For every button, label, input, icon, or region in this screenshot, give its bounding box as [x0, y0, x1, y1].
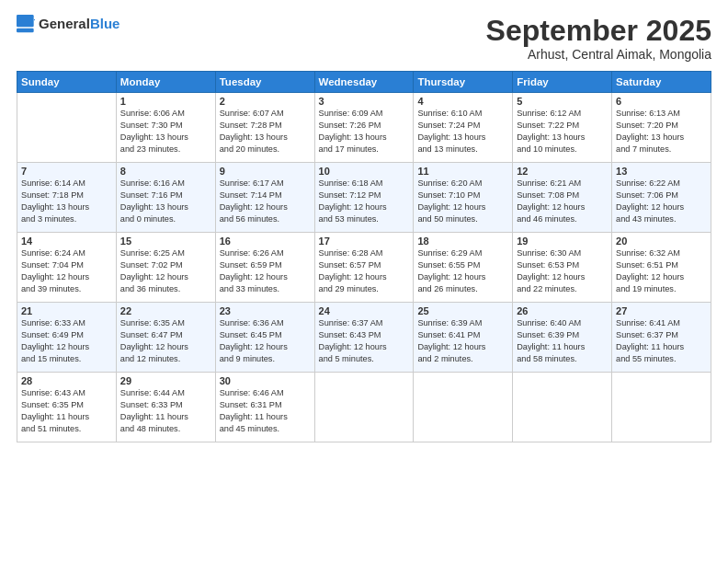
- day-number: 26: [517, 305, 608, 316]
- day-info: Sunrise: 6:13 AMSunset: 7:20 PMDaylight:…: [616, 108, 707, 155]
- day-info: Sunrise: 6:39 AMSunset: 6:41 PMDaylight:…: [417, 317, 508, 365]
- col-friday: Friday: [513, 72, 612, 93]
- calendar-cell: 14Sunrise: 6:24 AMSunset: 7:04 PMDayligh…: [17, 233, 117, 303]
- calendar-week-row: 1Sunrise: 6:06 AMSunset: 7:30 PMDaylight…: [17, 93, 711, 163]
- calendar-cell: [612, 373, 711, 442]
- day-number: 22: [120, 305, 211, 316]
- calendar-cell: 4Sunrise: 6:10 AMSunset: 7:24 PMDaylight…: [414, 93, 513, 163]
- calendar-cell: 9Sunrise: 6:17 AMSunset: 7:14 PMDaylight…: [215, 163, 314, 233]
- calendar-cell: 28Sunrise: 6:43 AMSunset: 6:35 PMDayligh…: [17, 373, 117, 442]
- day-info: Sunrise: 6:21 AMSunset: 7:08 PMDaylight:…: [517, 178, 608, 225]
- day-info: Sunrise: 6:10 AMSunset: 7:24 PMDaylight:…: [417, 108, 508, 155]
- calendar-cell: 22Sunrise: 6:35 AMSunset: 6:47 PMDayligh…: [116, 303, 215, 373]
- calendar-cell: 23Sunrise: 6:36 AMSunset: 6:45 PMDayligh…: [215, 303, 314, 373]
- calendar-cell: 30Sunrise: 6:46 AMSunset: 6:31 PMDayligh…: [215, 373, 314, 442]
- day-info: Sunrise: 6:46 AMSunset: 6:31 PMDaylight:…: [220, 387, 311, 435]
- calendar-cell: 27Sunrise: 6:41 AMSunset: 6:37 PMDayligh…: [612, 303, 711, 373]
- calendar-cell: 13Sunrise: 6:22 AMSunset: 7:06 PMDayligh…: [612, 163, 711, 233]
- svg-marker-1: [34, 17, 35, 25]
- day-info: Sunrise: 6:17 AMSunset: 7:14 PMDaylight:…: [220, 178, 311, 225]
- page-header: GeneralBlue September 2025 Arhust, Centr…: [17, 15, 711, 62]
- day-number: 5: [517, 96, 608, 107]
- calendar-header-row: Sunday Monday Tuesday Wednesday Thursday…: [17, 72, 711, 93]
- day-number: 15: [120, 236, 211, 247]
- logo-text-general: General: [39, 16, 90, 31]
- day-info: Sunrise: 6:06 AMSunset: 7:30 PMDaylight:…: [120, 108, 211, 155]
- calendar-week-row: 28Sunrise: 6:43 AMSunset: 6:35 PMDayligh…: [17, 373, 711, 442]
- day-number: 11: [417, 166, 508, 177]
- day-info: Sunrise: 6:29 AMSunset: 6:55 PMDaylight:…: [417, 247, 508, 295]
- calendar-table: Sunday Monday Tuesday Wednesday Thursday…: [17, 71, 711, 442]
- day-info: Sunrise: 6:41 AMSunset: 6:37 PMDaylight:…: [616, 317, 707, 365]
- calendar-cell: 17Sunrise: 6:28 AMSunset: 6:57 PMDayligh…: [314, 233, 414, 303]
- day-number: 17: [319, 236, 410, 247]
- day-number: 9: [220, 166, 311, 177]
- calendar-cell: 21Sunrise: 6:33 AMSunset: 6:49 PMDayligh…: [17, 303, 117, 373]
- day-info: Sunrise: 6:28 AMSunset: 6:57 PMDaylight:…: [319, 247, 410, 295]
- day-number: 18: [417, 236, 508, 247]
- calendar-cell: [314, 373, 414, 442]
- day-info: Sunrise: 6:14 AMSunset: 7:18 PMDaylight:…: [21, 178, 112, 225]
- day-info: Sunrise: 6:22 AMSunset: 7:06 PMDaylight:…: [616, 178, 707, 225]
- day-info: Sunrise: 6:32 AMSunset: 6:51 PMDaylight:…: [616, 247, 707, 295]
- col-wednesday: Wednesday: [314, 72, 414, 93]
- day-number: 21: [21, 305, 112, 316]
- calendar-cell: 12Sunrise: 6:21 AMSunset: 7:08 PMDayligh…: [513, 163, 612, 233]
- day-number: 3: [319, 96, 410, 107]
- calendar-cell: 6Sunrise: 6:13 AMSunset: 7:20 PMDaylight…: [612, 93, 711, 163]
- day-number: 13: [616, 166, 707, 177]
- calendar-cell: 29Sunrise: 6:44 AMSunset: 6:33 PMDayligh…: [116, 373, 215, 442]
- day-number: 29: [120, 375, 211, 386]
- calendar-cell: 24Sunrise: 6:37 AMSunset: 6:43 PMDayligh…: [314, 303, 414, 373]
- day-number: 14: [21, 236, 112, 247]
- day-number: 27: [616, 305, 707, 316]
- col-sunday: Sunday: [17, 72, 117, 93]
- calendar-cell: 2Sunrise: 6:07 AMSunset: 7:28 PMDaylight…: [215, 93, 314, 163]
- calendar-cell: 19Sunrise: 6:30 AMSunset: 6:53 PMDayligh…: [513, 233, 612, 303]
- day-info: Sunrise: 6:35 AMSunset: 6:47 PMDaylight:…: [120, 317, 211, 365]
- calendar-week-row: 7Sunrise: 6:14 AMSunset: 7:18 PMDaylight…: [17, 163, 711, 233]
- calendar-cell: [414, 373, 513, 442]
- day-info: Sunrise: 6:43 AMSunset: 6:35 PMDaylight:…: [21, 387, 112, 435]
- col-tuesday: Tuesday: [215, 72, 314, 93]
- calendar-cell: [513, 373, 612, 442]
- calendar-cell: 10Sunrise: 6:18 AMSunset: 7:12 PMDayligh…: [314, 163, 414, 233]
- day-number: 12: [517, 166, 608, 177]
- calendar-cell: 8Sunrise: 6:16 AMSunset: 7:16 PMDaylight…: [116, 163, 215, 233]
- logo-text-blue: Blue: [90, 16, 120, 31]
- location-title: Arhust, Central Aimak, Mongolia: [486, 47, 711, 62]
- day-number: 10: [319, 166, 410, 177]
- title-area: September 2025 Arhust, Central Aimak, Mo…: [486, 15, 711, 62]
- calendar-cell: 1Sunrise: 6:06 AMSunset: 7:30 PMDaylight…: [116, 93, 215, 163]
- day-number: 28: [21, 375, 112, 386]
- svg-rect-0: [17, 15, 34, 27]
- calendar-cell: 18Sunrise: 6:29 AMSunset: 6:55 PMDayligh…: [414, 233, 513, 303]
- day-number: 25: [417, 305, 508, 316]
- logo: GeneralBlue: [17, 15, 119, 33]
- day-number: 6: [616, 96, 707, 107]
- calendar-cell: 3Sunrise: 6:09 AMSunset: 7:26 PMDaylight…: [314, 93, 414, 163]
- day-number: 30: [220, 375, 311, 386]
- calendar-cell: 15Sunrise: 6:25 AMSunset: 7:02 PMDayligh…: [116, 233, 215, 303]
- day-info: Sunrise: 6:40 AMSunset: 6:39 PMDaylight:…: [517, 317, 608, 365]
- calendar-cell: 16Sunrise: 6:26 AMSunset: 6:59 PMDayligh…: [215, 233, 314, 303]
- day-info: Sunrise: 6:30 AMSunset: 6:53 PMDaylight:…: [517, 247, 608, 295]
- calendar-cell: 5Sunrise: 6:12 AMSunset: 7:22 PMDaylight…: [513, 93, 612, 163]
- day-number: 8: [120, 166, 211, 177]
- col-monday: Monday: [116, 72, 215, 93]
- day-number: 7: [21, 166, 112, 177]
- day-info: Sunrise: 6:24 AMSunset: 7:04 PMDaylight:…: [21, 247, 112, 295]
- day-info: Sunrise: 6:44 AMSunset: 6:33 PMDaylight:…: [120, 387, 211, 435]
- day-number: 2: [220, 96, 311, 107]
- day-info: Sunrise: 6:16 AMSunset: 7:16 PMDaylight:…: [120, 178, 211, 225]
- day-info: Sunrise: 6:33 AMSunset: 6:49 PMDaylight:…: [21, 317, 112, 365]
- day-number: 19: [517, 236, 608, 247]
- day-info: Sunrise: 6:25 AMSunset: 7:02 PMDaylight:…: [120, 247, 211, 295]
- calendar-week-row: 21Sunrise: 6:33 AMSunset: 6:49 PMDayligh…: [17, 303, 711, 373]
- day-info: Sunrise: 6:09 AMSunset: 7:26 PMDaylight:…: [319, 108, 410, 155]
- day-info: Sunrise: 6:20 AMSunset: 7:10 PMDaylight:…: [417, 178, 508, 225]
- calendar-cell: 7Sunrise: 6:14 AMSunset: 7:18 PMDaylight…: [17, 163, 117, 233]
- calendar-week-row: 14Sunrise: 6:24 AMSunset: 7:04 PMDayligh…: [17, 233, 711, 303]
- day-number: 4: [417, 96, 508, 107]
- col-saturday: Saturday: [612, 72, 711, 93]
